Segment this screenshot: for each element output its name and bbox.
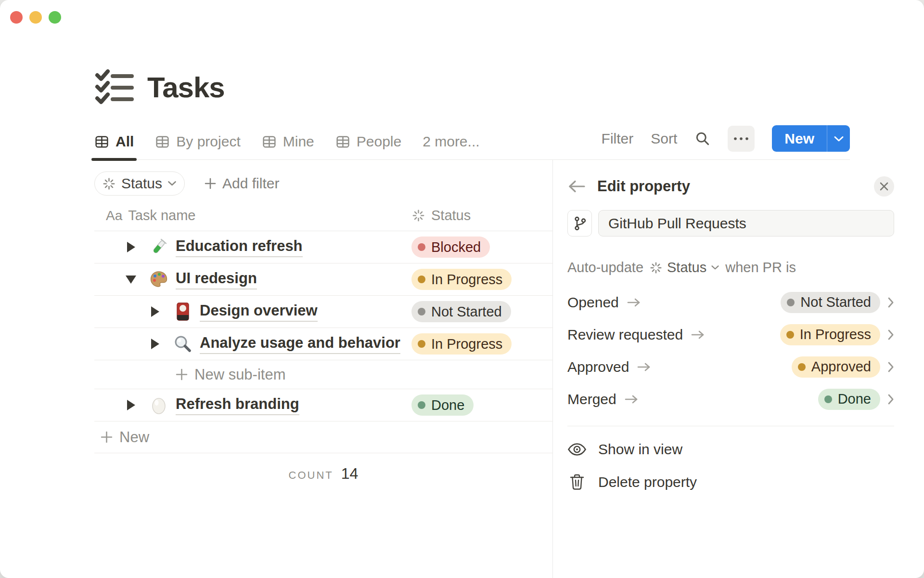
filter-bar: Status Add filter — [94, 171, 552, 196]
tab-label: 2 more... — [423, 133, 479, 150]
task-title[interactable]: Design overview — [200, 302, 318, 322]
status-badge: Done — [818, 389, 880, 410]
tab-label: Mine — [283, 133, 314, 150]
property-name-row — [567, 210, 894, 236]
status-chip-label: Status — [121, 175, 162, 192]
ellipsis-icon — [733, 136, 749, 141]
table-row[interactable]: Refresh branding Done — [94, 389, 552, 421]
chevron-right-icon — [887, 394, 894, 405]
eye-icon — [567, 443, 587, 456]
tab-people[interactable]: People — [335, 133, 401, 159]
page: Tasks All By project Mine Peop — [0, 0, 924, 578]
expand-toggle-icon[interactable] — [122, 396, 140, 414]
tab-mine[interactable]: Mine — [262, 133, 314, 159]
status-dot — [798, 363, 806, 371]
status-spinner-icon — [411, 209, 425, 223]
tab-all[interactable]: All — [94, 133, 134, 159]
column-header-task-name[interactable]: Aa Task name — [94, 208, 195, 223]
property-name-input[interactable] — [598, 210, 894, 236]
arrow-right-icon — [691, 330, 705, 340]
git-branch-icon — [573, 216, 587, 231]
plus-icon — [100, 431, 113, 444]
auto-update-line: Auto-update Status when PR is — [567, 260, 894, 276]
status-label: In Progress — [431, 272, 502, 288]
status-label: Not Started — [800, 294, 871, 310]
table-row[interactable]: UI redesign In Progress — [94, 263, 552, 296]
expand-toggle-icon[interactable] — [146, 335, 164, 353]
task-title[interactable]: Education refresh — [176, 237, 303, 257]
status-dot — [418, 243, 425, 251]
expand-toggle-icon[interactable] — [146, 303, 164, 320]
zoom-window-button[interactable] — [49, 11, 61, 24]
task-title[interactable]: UI redesign — [176, 270, 257, 289]
property-type-button[interactable] — [567, 210, 592, 236]
status-badge: Blocked — [411, 236, 490, 258]
table-grid-icon — [94, 134, 109, 149]
status-badge: Not Started — [411, 301, 511, 322]
search-icon[interactable] — [694, 131, 710, 146]
collapse-toggle-icon[interactable] — [122, 271, 140, 288]
status-dot — [418, 401, 425, 409]
table-row[interactable]: Education refresh Blocked — [94, 231, 552, 263]
tab-by-project[interactable]: By project — [155, 133, 240, 159]
status-spinner-icon — [649, 261, 663, 275]
column-header-status[interactable]: Status — [411, 208, 471, 223]
pr-event-label: Approved — [567, 359, 629, 375]
more-options-button[interactable] — [728, 126, 755, 152]
action-label: Show in view — [598, 441, 682, 458]
section-divider — [567, 426, 894, 426]
count-value: 14 — [341, 465, 359, 483]
close-window-button[interactable] — [10, 11, 23, 24]
table-row[interactable]: Design overview Not Started — [94, 296, 552, 328]
filter-button[interactable]: Filter — [602, 131, 634, 147]
back-arrow-icon — [568, 180, 586, 193]
task-title[interactable]: Refresh branding — [176, 395, 299, 415]
delete-property-button[interactable]: Delete property — [567, 466, 894, 499]
new-row-label: New — [119, 429, 149, 446]
status-property-select[interactable]: Status — [649, 260, 719, 276]
checklist-icon — [94, 68, 135, 106]
new-sub-item-row[interactable]: New sub-item — [94, 360, 552, 389]
table-grid-icon — [262, 134, 277, 149]
text-type-icon: Aa — [94, 208, 122, 223]
status-cell[interactable]: Not Started — [411, 301, 552, 322]
arrow-right-icon — [624, 394, 639, 404]
add-filter-label: Add filter — [222, 175, 279, 192]
table-row[interactable]: Analyze usage and behavior In Progress — [94, 328, 552, 360]
new-dropdown-button[interactable] — [827, 125, 850, 152]
trash-icon — [567, 474, 587, 490]
tab-label: People — [357, 133, 401, 150]
mapping-row-approved[interactable]: Approved Approved — [567, 351, 894, 383]
action-label: Delete property — [598, 474, 697, 490]
status-cell[interactable]: In Progress — [411, 333, 552, 355]
mapping-row-merged[interactable]: Merged Done — [567, 383, 894, 415]
expand-toggle-icon[interactable] — [122, 238, 140, 256]
status-filter-chip[interactable]: Status — [94, 171, 185, 196]
back-button[interactable] — [567, 177, 587, 196]
status-dot — [786, 331, 794, 339]
status-label: Approved — [811, 359, 871, 375]
tab-more-views[interactable]: 2 more... — [423, 133, 479, 159]
close-panel-button[interactable] — [874, 176, 894, 197]
mapping-row-review-requested[interactable]: Review requested In Progress — [567, 318, 894, 351]
show-in-view-button[interactable]: Show in view — [567, 433, 894, 466]
close-icon — [880, 182, 888, 191]
status-cell[interactable]: Blocked — [411, 236, 552, 258]
status-cell[interactable]: In Progress — [411, 269, 552, 290]
add-filter-button[interactable]: Add filter — [204, 175, 279, 192]
chevron-down-icon — [834, 135, 844, 142]
status-badge: Approved — [792, 356, 880, 378]
task-title[interactable]: Analyze usage and behavior — [200, 334, 400, 354]
minimize-window-button[interactable] — [29, 11, 42, 24]
new-row-button[interactable]: New — [94, 421, 552, 453]
chevron-down-icon — [711, 265, 719, 270]
auto-update-prefix: Auto-update — [567, 260, 643, 276]
sort-button[interactable]: Sort — [651, 131, 677, 147]
status-cell[interactable]: Done — [411, 394, 552, 416]
new-button[interactable]: New — [772, 125, 827, 152]
auto-update-suffix: when PR is — [725, 260, 796, 276]
title-row: Tasks — [94, 68, 850, 106]
plus-icon — [204, 177, 217, 190]
mapping-row-opened[interactable]: Opened Not Started — [567, 286, 894, 318]
pr-event-label: Merged — [567, 391, 616, 407]
